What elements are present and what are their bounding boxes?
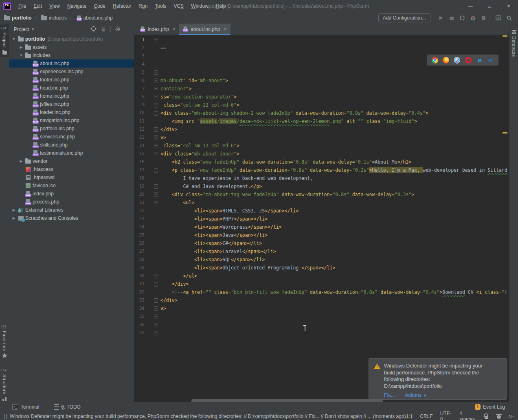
code-line-15[interactable]: 15<div class="mh-about-inner"> bbox=[134, 150, 509, 158]
close-button[interactable]: ✕ bbox=[499, 0, 518, 12]
tree-item-portfolio[interactable]: ▼portfolioD:\xampp\htdocs\portfolio bbox=[9, 35, 134, 43]
code-line-1[interactable]: 1 bbox=[134, 36, 509, 44]
chevron-right-icon[interactable]: ▶ bbox=[11, 216, 17, 220]
tree-item-portfolio-inc-php[interactable]: PHPportfolio.inc.php bbox=[9, 125, 134, 133]
caret-position[interactable]: 1:1 bbox=[406, 413, 413, 419]
code-line-16[interactable]: 16 <h2 class="wow fadeInUp" data-wow-dur… bbox=[134, 158, 509, 166]
menu-run[interactable]: Run bbox=[135, 0, 151, 12]
menu-file[interactable]: File bbox=[15, 0, 30, 12]
hide-panel-icon[interactable]: — bbox=[125, 26, 130, 33]
project-panel-header[interactable]: Project ▼ — bbox=[9, 24, 134, 35]
chevron-right-icon[interactable]: ▶ bbox=[18, 159, 24, 163]
locate-file-icon[interactable] bbox=[90, 26, 97, 33]
fold-marker-icon[interactable] bbox=[154, 282, 158, 287]
run-button[interactable] bbox=[436, 13, 446, 22]
todo-button[interactable]: 6: TODO bbox=[54, 404, 81, 410]
code-line-26[interactable]: 26 <li><span>C#</span></li> bbox=[134, 239, 509, 247]
code-line-31[interactable]: 31 </div> bbox=[134, 280, 509, 288]
tree-item-about-inc-php[interactable]: PHPabout.inc.php bbox=[9, 59, 134, 68]
code-line-33[interactable]: 33</div> bbox=[134, 296, 509, 304]
minimize-button[interactable]: — bbox=[461, 0, 480, 12]
code-line-35[interactable]: 35 bbox=[134, 313, 509, 321]
menu-tools[interactable]: Tools bbox=[151, 0, 170, 12]
code-line-20[interactable]: 20 <div class="mh-about-tag wow fadeInUp… bbox=[134, 190, 509, 199]
fold-marker-icon[interactable] bbox=[154, 298, 158, 303]
menu-vcs[interactable]: VCS bbox=[170, 0, 187, 12]
fold-marker-icon[interactable] bbox=[154, 168, 158, 173]
ie-browser-icon[interactable]: e bbox=[476, 57, 483, 63]
code-line-14[interactable]: 14 class="col-sm-12 col-md-6"> bbox=[134, 142, 509, 150]
tree-item--htaccess[interactable]: .htaccess bbox=[9, 165, 134, 173]
tree-item-process-php[interactable]: PHPprocess.php bbox=[9, 198, 134, 206]
code-line-7[interactable]: 7container"> bbox=[134, 85, 509, 93]
tree-item-scratches-and-consoles[interactable]: ▶Scratches and Consoles bbox=[9, 214, 134, 222]
firefox-browser-icon[interactable] bbox=[443, 57, 449, 63]
code-line-37[interactable]: 37 bbox=[134, 329, 509, 337]
code-line-17[interactable]: 17 <p class="wow fadeInUp" data-wow-dura… bbox=[134, 166, 509, 174]
code-line-23[interactable]: 23 <li><span>PHP7</span></li> bbox=[134, 215, 509, 223]
close-tab-icon[interactable]: ✕ bbox=[172, 26, 176, 32]
profiler-button[interactable] bbox=[468, 13, 478, 22]
tree-item-loader-inc-php[interactable]: PHPloader.inc.php bbox=[9, 108, 134, 116]
menu-edit[interactable]: Edit bbox=[30, 0, 46, 12]
fold-marker-icon[interactable] bbox=[154, 136, 158, 140]
error-stripe-mark[interactable] bbox=[503, 132, 507, 133]
code-line-22[interactable]: 22 <li><span>HTML5, CSS3, JS</span></li> bbox=[134, 207, 509, 215]
tab-about-inc-php[interactable]: PHPabout.inc.php✕ bbox=[179, 24, 230, 35]
menu-view[interactable]: View bbox=[46, 0, 64, 12]
horizontal-scrollbar[interactable] bbox=[191, 399, 383, 402]
notification-balloon[interactable]: Windows Defender might be impacting your… bbox=[369, 358, 507, 400]
fold-marker-icon[interactable] bbox=[154, 95, 158, 99]
tree-item-services-inc-php[interactable]: PHPservices.inc.php bbox=[9, 133, 134, 141]
fold-marker-icon[interactable] bbox=[154, 323, 158, 327]
tree-item-vendor[interactable]: ▶vendor bbox=[9, 157, 134, 165]
tool-stripe--favorites[interactable]: 2: Favorites bbox=[0, 323, 9, 360]
gear-icon[interactable] bbox=[115, 26, 121, 33]
tree-item-external-libraries[interactable]: ▶External Libraries bbox=[9, 206, 134, 214]
stop-button[interactable] bbox=[478, 13, 488, 22]
close-tab-icon[interactable]: ✕ bbox=[223, 26, 227, 32]
fold-marker-icon[interactable] bbox=[154, 38, 158, 42]
tree-item-includes[interactable]: ▼includes bbox=[9, 51, 134, 59]
maximize-button[interactable]: □ bbox=[480, 0, 499, 12]
code-line-9[interactable]: 9 class="col-sm-12 col-md-6"> bbox=[134, 101, 509, 109]
fold-marker-icon[interactable] bbox=[154, 144, 158, 148]
hide-tool-windows-icon[interactable] bbox=[4, 414, 7, 419]
tree-item-jsfiles-inc-php[interactable]: PHPjsfiles.inc.php bbox=[9, 100, 134, 108]
fix-link[interactable]: Fix... bbox=[384, 392, 395, 398]
code-line-21[interactable]: 21 <ul> bbox=[134, 199, 509, 207]
hector-inspections-icon[interactable] bbox=[496, 413, 501, 419]
open-in-browser-button[interactable] bbox=[494, 13, 503, 22]
chrome-browser-icon[interactable] bbox=[432, 57, 438, 63]
event-log-button[interactable]: 1 Event Log bbox=[475, 404, 505, 410]
code-line-13[interactable]: 13v> bbox=[134, 133, 509, 142]
opera-browser-icon[interactable] bbox=[465, 57, 472, 63]
status-message[interactable]: Windows Defender might be impacting your… bbox=[10, 413, 406, 419]
tab-index-php[interactable]: PHPindex.php✕ bbox=[136, 24, 179, 35]
code-line-19[interactable]: 19 C# and Java development.</p> bbox=[134, 182, 509, 190]
tree-item-footer-inc-php[interactable]: PHPfooter.inc.php bbox=[9, 76, 134, 84]
code-line-10[interactable]: 10<div class="mh-about-img shadow-2 wow … bbox=[134, 109, 509, 117]
fold-marker-icon[interactable] bbox=[154, 184, 158, 189]
editor-area[interactable]: PHPindex.php✕PHPabout.inc.php✕ 12==34=56… bbox=[134, 24, 509, 402]
fold-marker-icon[interactable] bbox=[154, 315, 158, 319]
fold-marker-icon[interactable] bbox=[154, 201, 158, 205]
fold-marker-icon[interactable] bbox=[154, 152, 158, 156]
code-line-24[interactable]: 24 <li><span>Wordpress</span></li> bbox=[134, 223, 509, 231]
fold-marker-icon[interactable] bbox=[154, 103, 158, 107]
fold-marker-icon[interactable] bbox=[154, 192, 158, 197]
tree-item-favicon-ico[interactable]: favicon.ico bbox=[9, 182, 134, 190]
tree-item-assets[interactable]: ▶assets bbox=[9, 43, 134, 51]
terminal-button[interactable]: >_ Terminal bbox=[12, 404, 39, 410]
code-line-5[interactable]: 5 bbox=[134, 68, 509, 77]
tool-stripe-database[interactable]: Database bbox=[509, 27, 518, 59]
code-line-8[interactable]: 8ss="row section-separator"> bbox=[134, 93, 509, 101]
actions-link[interactable]: Actions▼ bbox=[405, 392, 427, 398]
add-configuration-button[interactable]: Add Configuration... bbox=[378, 13, 430, 22]
tool-stripe--project[interactable]: 1: Project bbox=[0, 24, 9, 57]
breadcrumb-item[interactable]: PHPabout.inc.php bbox=[76, 15, 113, 21]
chevron-right-icon[interactable]: ▶ bbox=[11, 208, 17, 212]
run-with-coverage-button[interactable] bbox=[457, 13, 467, 22]
tree-item-index-php[interactable]: PHPindex.php bbox=[9, 190, 134, 198]
chevron-down-icon[interactable]: ▼ bbox=[18, 53, 24, 57]
